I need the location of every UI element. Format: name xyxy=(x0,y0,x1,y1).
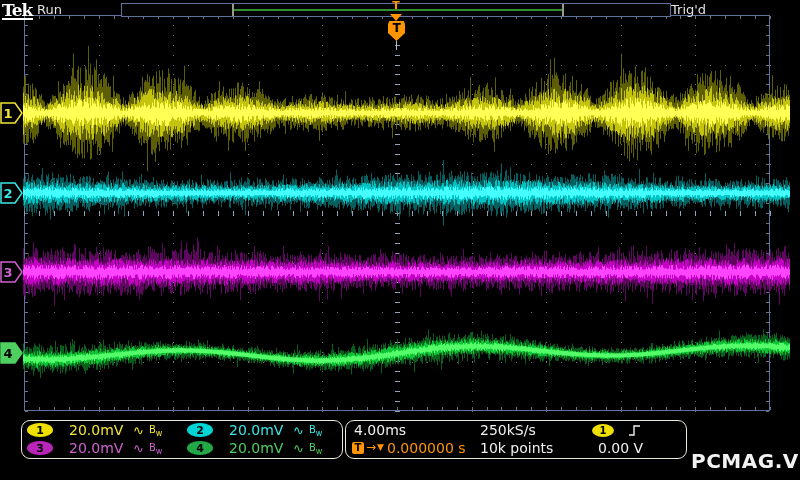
ch4-scale: 20.0mV xyxy=(229,440,291,456)
trigger-position-stem xyxy=(396,41,397,50)
trigger-arrow-down-icon: ▼ xyxy=(377,442,384,452)
ch2-coupling-bandwidth-icon: ∿Bw xyxy=(293,423,322,438)
channel-3-position-marker[interactable]: 3 xyxy=(0,261,24,283)
ch4-badge[interactable]: 4 xyxy=(187,441,213,455)
record-view-trigger-marker: T xyxy=(388,0,404,12)
trigger-level-readout: 0.00 V xyxy=(598,440,643,456)
trigger-position-arrow-icon xyxy=(390,14,402,21)
channel-4-position-marker[interactable]: 4 xyxy=(0,342,24,364)
trigger-arrow-right-icon: → xyxy=(366,440,376,454)
trigger-position-readout: 0.000000 s xyxy=(387,440,466,456)
trigger-t-icon: T xyxy=(352,442,364,454)
trigger-status: Trig'd xyxy=(671,2,706,17)
record-length: 10k points xyxy=(480,440,553,456)
record-view-right-bracket[interactable] xyxy=(562,4,564,16)
horizontal-scale: 4.00ms xyxy=(354,422,406,438)
ch1-badge[interactable]: 1 xyxy=(27,423,53,437)
ch3-coupling-bandwidth-icon: ∿Bw xyxy=(133,441,162,456)
svg-text:2: 2 xyxy=(3,186,12,201)
channel-readout-box: 1 20.0mV ∿Bw 2 20.0mV ∿Bw 3 20.0mV ∿Bw 4… xyxy=(21,420,343,459)
oscilloscope-screen: Tek Run Trig'd T T 1234 1 20.0mV ∿Bw 2 2… xyxy=(0,0,800,480)
rising-edge-icon xyxy=(627,423,643,441)
svg-text:1: 1 xyxy=(3,106,12,121)
tek-logo: Tek xyxy=(2,0,32,20)
ch1-scale: 20.0mV xyxy=(69,422,131,438)
ch3-readout: 3 20.0mV ∿Bw xyxy=(22,439,182,457)
ch3-scale: 20.0mV xyxy=(69,440,131,456)
sample-rate: 250kS/s xyxy=(480,422,536,438)
horizontal-trigger-readout-box: 4.00ms 250kS/s 1 T → ▼ 0.000000 s 10k po… xyxy=(345,420,687,459)
ch2-readout: 2 20.0mV ∿Bw xyxy=(182,421,342,439)
watermark: PCMAG.VN xyxy=(691,449,800,473)
tek-logo-underline xyxy=(2,18,33,20)
ch4-coupling-bandwidth-icon: ∿Bw xyxy=(293,441,322,456)
acquisition-status: Run xyxy=(37,2,62,17)
ch1-coupling-bandwidth-icon: ∿Bw xyxy=(133,423,162,438)
channel-1-position-marker[interactable]: 1 xyxy=(0,102,24,124)
ch1-readout: 1 20.0mV ∿Bw xyxy=(22,421,182,439)
ch3-badge[interactable]: 3 xyxy=(27,441,53,455)
ch2-scale: 20.0mV xyxy=(229,422,291,438)
waveform-display xyxy=(0,0,800,480)
ch2-badge[interactable]: 2 xyxy=(187,423,213,437)
ch4-readout: 4 20.0mV ∿Bw xyxy=(182,439,342,457)
svg-text:3: 3 xyxy=(3,265,12,280)
trigger-source-badge: 1 xyxy=(592,424,614,437)
channel-2-position-marker[interactable]: 2 xyxy=(0,182,24,204)
svg-text:4: 4 xyxy=(3,346,12,361)
